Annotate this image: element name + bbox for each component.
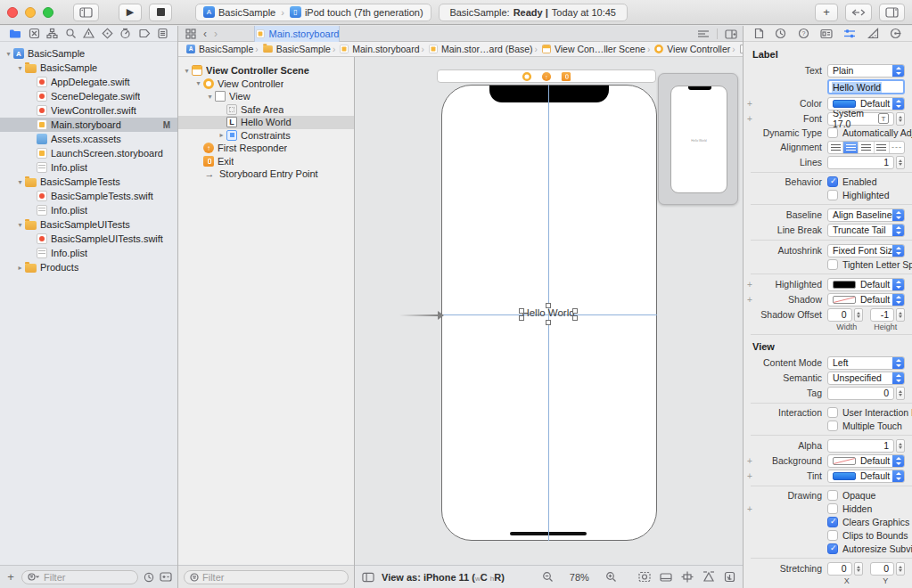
user-interaction-checkbox[interactable] bbox=[827, 407, 838, 418]
add-editor-icon[interactable] bbox=[725, 29, 737, 39]
file-inspector-icon[interactable] bbox=[754, 28, 764, 39]
file-row[interactable]: ▾BasicSampleUITests bbox=[0, 217, 177, 232]
alpha-field[interactable]: 1 bbox=[827, 439, 894, 453]
shadow-dropdown[interactable]: Default bbox=[827, 293, 905, 306]
stepper[interactable] bbox=[896, 562, 905, 576]
baseline-dropdown[interactable]: Align Baselines bbox=[827, 208, 905, 222]
disclosure-triangle[interactable]: ▾ bbox=[205, 93, 215, 101]
add-constraints-icon[interactable] bbox=[702, 571, 715, 583]
selection-handle[interactable] bbox=[572, 308, 578, 314]
embed-in-icon[interactable] bbox=[660, 572, 672, 583]
zoom-in-icon[interactable] bbox=[605, 571, 617, 583]
history-inspector-icon[interactable] bbox=[775, 28, 786, 39]
outline-row[interactable]: ▸Constraints bbox=[178, 129, 354, 143]
add-variation-button[interactable]: + bbox=[744, 471, 756, 481]
stepper[interactable] bbox=[854, 308, 863, 322]
opaque-checkbox[interactable] bbox=[827, 490, 838, 501]
stepper[interactable] bbox=[854, 562, 863, 576]
breadcrumb-item[interactable]: BasicSample bbox=[260, 44, 331, 54]
minimize-window-button[interactable] bbox=[25, 7, 36, 18]
first-responder-icon[interactable] bbox=[542, 71, 551, 80]
toggle-inspector-button[interactable] bbox=[879, 4, 905, 21]
shadow-offset-width-field[interactable]: 0 bbox=[827, 308, 852, 322]
selection-handle[interactable] bbox=[519, 315, 524, 321]
lines-stepper[interactable] bbox=[896, 156, 905, 169]
view-as-button[interactable]: View as: iPhone 11 (wC hR) bbox=[382, 572, 505, 583]
breadcrumb-item[interactable]: Main.storyboard bbox=[337, 44, 419, 54]
add-variation-button[interactable]: + bbox=[744, 504, 756, 514]
tint-dropdown[interactable]: Default bbox=[827, 470, 905, 483]
attributes-inspector-icon[interactable] bbox=[843, 29, 856, 39]
disclosure-triangle[interactable]: ▸ bbox=[217, 131, 226, 139]
symbol-navigator-icon[interactable] bbox=[46, 28, 58, 39]
zoom-level[interactable]: 78% bbox=[566, 572, 593, 583]
dynamic-type-checkbox[interactable] bbox=[827, 127, 838, 138]
scheme-selector[interactable]: A BasicSample › ▯ iPod touch (7th genera… bbox=[195, 4, 431, 21]
semantic-dropdown[interactable]: Unspecified bbox=[827, 372, 905, 385]
toggle-outline-icon[interactable] bbox=[362, 572, 374, 583]
file-row[interactable]: Info.plist bbox=[0, 246, 177, 260]
file-row[interactable]: Info.plist bbox=[0, 203, 177, 217]
device-preview-thumbnail[interactable]: Hello World bbox=[658, 73, 738, 205]
enabled-checkbox[interactable] bbox=[827, 176, 838, 187]
exit-icon[interactable] bbox=[562, 71, 571, 80]
align-right-segment[interactable] bbox=[859, 142, 874, 153]
add-variation-button[interactable]: + bbox=[744, 99, 756, 109]
text-type-dropdown[interactable]: Plain bbox=[827, 64, 905, 78]
breadcrumb-item[interactable]: View Con…ller Scene bbox=[539, 44, 645, 54]
disclosure-triangle[interactable]: ▾ bbox=[193, 79, 203, 87]
outline-filter-field[interactable]: Filter bbox=[184, 570, 349, 584]
align-justify-segment[interactable] bbox=[875, 142, 890, 153]
connections-inspector-icon[interactable] bbox=[890, 28, 901, 39]
shadow-offset-height-field[interactable]: -1 bbox=[870, 308, 895, 322]
lines-field[interactable]: 1 bbox=[827, 156, 894, 169]
size-inspector-icon[interactable] bbox=[867, 28, 879, 39]
project-navigator-icon[interactable] bbox=[9, 29, 21, 39]
disclosure-triangle[interactable]: ▾ bbox=[15, 221, 25, 229]
stretch-x-field[interactable]: 0 bbox=[827, 562, 852, 576]
hello-world-label[interactable]: Hello World bbox=[522, 307, 575, 318]
font-field[interactable]: System 17.0T bbox=[827, 112, 894, 126]
alpha-stepper[interactable] bbox=[896, 439, 905, 453]
clears-checkbox[interactable] bbox=[827, 517, 838, 527]
breadcrumb-item[interactable]: Main.stor…ard (Base) bbox=[426, 44, 533, 54]
align-left-segment[interactable] bbox=[828, 142, 843, 153]
file-row[interactable]: SceneDelegate.swift bbox=[0, 89, 177, 103]
issue-navigator-icon[interactable] bbox=[83, 28, 94, 39]
source-control-navigator-icon[interactable] bbox=[29, 28, 40, 39]
outline-row[interactable]: Exit bbox=[178, 155, 354, 168]
add-variation-button[interactable]: + bbox=[744, 280, 756, 290]
disclosure-triangle[interactable]: ▾ bbox=[182, 67, 192, 75]
selection-handle[interactable] bbox=[572, 315, 578, 321]
add-variation-button[interactable]: + bbox=[744, 295, 756, 305]
breakpoint-navigator-icon[interactable] bbox=[138, 28, 151, 39]
disclosure-triangle[interactable]: ▸ bbox=[15, 264, 25, 272]
file-row[interactable]: LaunchScreen.storyboard bbox=[0, 146, 177, 160]
line-break-dropdown[interactable]: Truncate Tail bbox=[827, 224, 905, 237]
file-row[interactable]: ▾BasicSampleTests bbox=[0, 175, 177, 189]
outline-row[interactable]: ▾View Controller Scene bbox=[178, 64, 354, 78]
library-button[interactable]: + bbox=[815, 4, 838, 21]
hidden-checkbox[interactable] bbox=[827, 503, 838, 514]
close-window-button[interactable] bbox=[7, 7, 18, 18]
file-row[interactable]: AppDelegate.swift bbox=[0, 75, 177, 89]
forward-button[interactable]: › bbox=[214, 28, 218, 40]
multiple-touch-checkbox[interactable] bbox=[827, 421, 838, 431]
highlighted-dropdown[interactable]: Default bbox=[827, 278, 905, 291]
recent-files-icon[interactable] bbox=[144, 572, 154, 583]
file-row[interactable]: ViewController.swift bbox=[0, 103, 177, 118]
clips-checkbox[interactable] bbox=[827, 530, 838, 541]
selection-handle[interactable] bbox=[519, 308, 524, 314]
related-items-icon[interactable] bbox=[185, 29, 196, 39]
find-navigator-icon[interactable] bbox=[65, 28, 77, 39]
file-row[interactable]: Info.plist bbox=[0, 160, 177, 175]
font-stepper[interactable] bbox=[896, 112, 905, 126]
file-row[interactable]: Assets.xcassets bbox=[0, 132, 177, 146]
stretch-y-field[interactable]: 0 bbox=[870, 562, 895, 576]
view-controller-icon[interactable] bbox=[522, 71, 531, 80]
breadcrumb-item[interactable]: BasicSample bbox=[184, 44, 253, 54]
toggle-navigator-button[interactable] bbox=[73, 4, 99, 21]
autoresize-checkbox[interactable] bbox=[827, 543, 838, 554]
stepper[interactable] bbox=[896, 308, 905, 322]
quick-help-inspector-icon[interactable]: ? bbox=[798, 28, 809, 39]
